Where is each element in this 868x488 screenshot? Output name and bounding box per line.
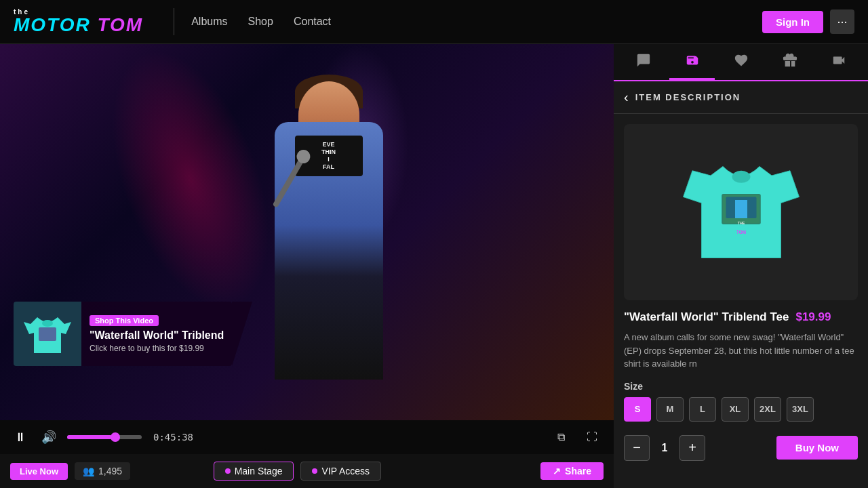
tab-favorites[interactable] — [718, 44, 764, 80]
fullscreen-icon: ⛶ — [587, 431, 597, 443]
viewer-number: 1,495 — [98, 466, 122, 476]
nav-albums[interactable]: Albums — [191, 16, 227, 28]
shop-info: Shop This Video "Waterfall World" Trible… — [81, 302, 232, 366]
nav-shop[interactable]: Shop — [248, 16, 273, 28]
shop-tag: Shop This Video — [90, 315, 159, 326]
shop-thumbnail — [14, 302, 81, 366]
main-content: EVETHINIFAL — [0, 44, 868, 488]
shop-item-name: "Waterfall World" Triblend — [90, 329, 224, 342]
time-display: 0:45:38 — [153, 432, 193, 443]
volume-slider[interactable] — [67, 435, 142, 439]
svg-text:MOTOR: MOTOR — [733, 225, 749, 230]
more-button[interactable]: ··· — [830, 9, 854, 34]
tab-video[interactable] — [816, 44, 861, 80]
tab-gifts[interactable] — [767, 44, 812, 80]
tab-chat[interactable] — [620, 44, 666, 80]
svg-text:THE: THE — [737, 221, 745, 225]
svg-rect-1 — [39, 327, 56, 341]
panel-title: ITEM DESCRIPTION — [635, 92, 741, 102]
size-2xl[interactable]: 2XL — [754, 397, 781, 422]
volume-icon: 🔊 — [41, 430, 56, 445]
shop-thumbnail-shirt — [24, 314, 71, 354]
main-stage-button[interactable]: Main Stage — [214, 462, 294, 481]
quantity-plus-button[interactable]: + — [679, 435, 705, 461]
chat-icon — [636, 53, 651, 68]
svg-point-2 — [732, 171, 750, 183]
svg-rect-6 — [735, 200, 747, 218]
performer: EVETHINIFAL — [220, 95, 437, 380]
logo-motor: MOTOR — [14, 14, 91, 35]
svg-point-0 — [42, 320, 53, 327]
video-area: EVETHINIFAL — [0, 44, 614, 420]
buy-now-button[interactable]: Buy Now — [776, 436, 858, 460]
size-options: S M L XL 2XL 3XL — [624, 397, 858, 422]
shop-item-cta: Click here to buy this for $19.99 — [90, 344, 224, 353]
pause-button[interactable]: ⏸ — [10, 427, 31, 447]
volume-button[interactable]: 🔊 — [39, 427, 59, 447]
logo-tom: TOM — [97, 14, 143, 35]
performer-body: EVETHINIFAL — [275, 122, 383, 380]
tab-shop[interactable] — [669, 44, 715, 80]
vip-access-button[interactable]: VIP Access — [300, 462, 381, 481]
right-panel: ‹ ITEM DESCRIPTION THE — [614, 44, 868, 488]
share-label: Share — [565, 466, 591, 476]
header: the MOTOR TOM Albums Shop Contact Sign I… — [0, 0, 868, 44]
item-description-content: THE MOTOR TOM "Waterfall World" Triblend… — [614, 114, 868, 488]
quantity-row: − 1 + Buy Now — [624, 435, 858, 461]
shop-triangle — [232, 302, 252, 366]
gift-icon — [783, 53, 797, 68]
video-controls: ⏸ 🔊 0:45:38 ⧉ ⛶ — [0, 420, 614, 454]
video-background: EVETHINIFAL — [0, 44, 614, 420]
volume-fill — [67, 435, 112, 439]
size-3xl[interactable]: 3XL — [787, 397, 814, 422]
shop-icon — [685, 53, 700, 68]
product-image-shirt: THE MOTOR TOM — [680, 151, 802, 273]
logo: the MOTOR TOM — [14, 9, 143, 35]
vip-access-label: VIP Access — [321, 466, 370, 476]
size-xl[interactable]: XL — [722, 397, 749, 422]
video-panel: EVETHINIFAL — [0, 44, 614, 488]
pip-icon: ⧉ — [557, 431, 565, 443]
pause-icon: ⏸ — [14, 430, 26, 445]
main-stage-dot — [225, 468, 231, 474]
video-bottom-bar: Live Now 👥 1,495 Main Stage VIP Access ↗… — [0, 454, 614, 488]
size-s[interactable]: S — [624, 397, 651, 422]
quantity-value: 1 — [658, 442, 671, 454]
share-icon: ↗ — [553, 466, 561, 476]
nav-contact[interactable]: Contact — [294, 16, 331, 28]
header-actions: Sign In ··· — [762, 9, 854, 34]
video-icon — [831, 53, 846, 68]
panel-tabs — [614, 44, 868, 81]
stream-buttons: Main Stage VIP Access — [214, 462, 381, 481]
main-nav: Albums Shop Contact — [191, 16, 762, 28]
viewer-count: 👥 1,495 — [75, 462, 130, 480]
fullscreen-button[interactable]: ⛶ — [580, 426, 604, 449]
viewer-icon: 👥 — [83, 466, 94, 476]
quantity-minus-button[interactable]: − — [624, 435, 650, 461]
product-price: $19.99 — [795, 310, 831, 324]
main-stage-label: Main Stage — [235, 466, 283, 476]
volume-thumb — [111, 432, 120, 442]
product-image-area: THE MOTOR TOM — [624, 124, 858, 300]
live-badge: Live Now — [10, 463, 68, 480]
share-button[interactable]: ↗ Share — [540, 462, 604, 480]
header-divider — [174, 8, 174, 35]
size-l[interactable]: L — [689, 397, 716, 422]
size-label: Size — [624, 381, 858, 392]
pip-button[interactable]: ⧉ — [549, 426, 572, 449]
shop-overlay[interactable]: Shop This Video "Waterfall World" Trible… — [14, 302, 232, 366]
size-m[interactable]: M — [656, 397, 684, 422]
sign-in-button[interactable]: Sign In — [762, 11, 823, 33]
product-description: A new album calls for some new swag! "Wa… — [624, 331, 858, 371]
panel-header: ‹ ITEM DESCRIPTION — [614, 81, 868, 114]
back-button[interactable]: ‹ — [624, 89, 629, 105]
product-name-row: "Waterfall World" Triblend Tee $19.99 — [624, 310, 858, 324]
vip-dot — [312, 468, 317, 474]
heart-icon — [734, 53, 749, 68]
product-name: "Waterfall World" Triblend Tee — [624, 310, 789, 324]
svg-text:TOM: TOM — [736, 230, 746, 235]
